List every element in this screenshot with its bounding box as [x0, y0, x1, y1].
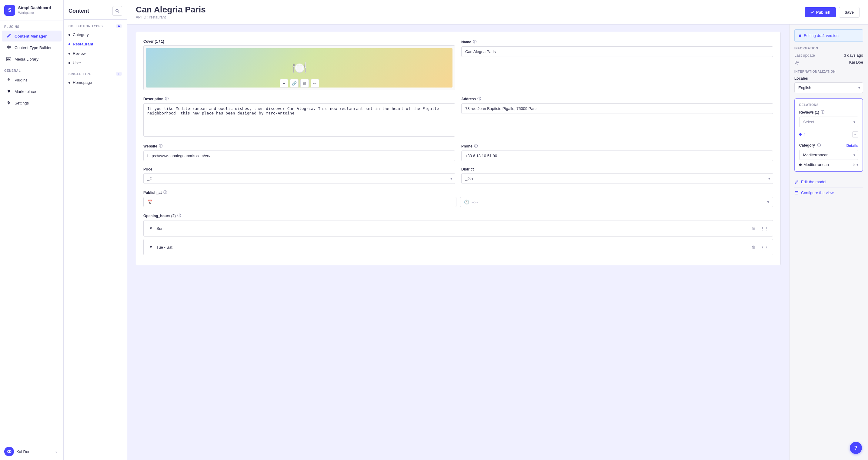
sidebar-label-media-library: Media Library	[14, 57, 38, 62]
save-button[interactable]: Save	[839, 7, 860, 18]
hours-item-sun-header[interactable]: ▼ Sun 🗑 ⋮⋮	[144, 221, 773, 236]
reviews-select[interactable]: Select	[799, 117, 858, 127]
nav-item-review[interactable]: Review	[64, 49, 127, 58]
hours-label-sun: Sun	[156, 226, 749, 231]
sidebar-label-content-type-builder: Content-Type Builder	[14, 45, 52, 50]
user-name: Kai Doe	[17, 450, 51, 454]
phone-label: Phone ⓘ	[461, 143, 773, 149]
collapse-sidebar-button[interactable]: ‹	[53, 449, 59, 455]
api-id-value: restaurant	[149, 15, 166, 20]
layers-icon	[6, 45, 11, 50]
name-input[interactable]	[461, 46, 773, 57]
phone-label-text: Phone	[461, 144, 472, 149]
time-input-wrap[interactable]: 🕐 --:-- ▾	[460, 197, 773, 207]
hours-reorder-tue-sat-button[interactable]: ⋮⋮	[760, 243, 769, 251]
sidebar: S Strapi Dashboard Workplace Plugins Con…	[0, 0, 64, 460]
by-row: By Kai Doe	[794, 60, 863, 65]
help-icon: ?	[855, 445, 858, 451]
sidebar-item-media-library[interactable]: Media Library	[2, 54, 62, 65]
cover-delete-button[interactable]: 🗑	[300, 79, 309, 88]
cover-add-button[interactable]: +	[280, 79, 288, 88]
nav-bullet-user	[68, 62, 70, 64]
website-input[interactable]	[143, 151, 455, 161]
gear-icon	[6, 100, 11, 106]
district-select-wrapper: _1st _8th _9th _10th	[461, 173, 773, 184]
category-select[interactable]: Mediterranean Italian French	[799, 150, 858, 160]
nav-label-user: User	[73, 61, 81, 65]
phone-input[interactable]	[461, 151, 773, 161]
description-label-text: Description	[143, 97, 163, 101]
image-icon	[6, 56, 11, 62]
category-details-link[interactable]: Details	[846, 143, 858, 148]
phone-field: Phone ⓘ	[461, 143, 773, 161]
hours-delete-tue-sat-button[interactable]: 🗑	[749, 243, 758, 251]
sidebar-item-content-manager[interactable]: Content Manager	[2, 31, 62, 41]
nav-item-homepage[interactable]: Homepage	[64, 78, 127, 87]
last-update-value: 3 days ago	[844, 53, 863, 58]
configure-view-action[interactable]: Configure the view	[794, 187, 863, 198]
sidebar-label-marketplace: Marketplace	[14, 89, 36, 94]
website-label: Website ⓘ	[143, 143, 455, 149]
address-input[interactable]	[461, 103, 773, 114]
general-section-label: General	[0, 65, 63, 74]
website-field: Website ⓘ	[143, 143, 455, 161]
category-item: Mediterranean ✕ ▾	[799, 162, 858, 167]
district-label: District	[461, 167, 773, 171]
nav-item-restaurant[interactable]: Restaurant	[64, 39, 127, 49]
sidebar-item-content-type-builder[interactable]: Content-Type Builder	[2, 42, 62, 53]
search-button[interactable]	[113, 6, 122, 16]
single-type-section: Single Type 1	[64, 68, 127, 78]
price-select[interactable]: _1 _2 _3 _4	[143, 173, 455, 184]
category-dot	[799, 164, 802, 166]
cover-upload-area[interactable]: + 🔗 🗑 ✏	[143, 45, 455, 90]
sidebar-item-settings[interactable]: Settings	[2, 98, 62, 108]
nav-item-user[interactable]: User	[64, 58, 127, 68]
nav-bullet-restaurant	[68, 43, 70, 45]
edit-model-action[interactable]: Edit the model	[794, 176, 863, 187]
category-remove-button[interactable]: ✕ ▾	[852, 163, 858, 167]
puzzle-icon	[6, 77, 11, 83]
sidebar-item-plugins[interactable]: Plugins	[2, 74, 62, 86]
hours-reorder-sun-button[interactable]: ⋮⋮	[760, 224, 769, 233]
pencil-icon	[6, 33, 11, 39]
description-field: Description ⓘ If you like Mediterranean …	[143, 96, 455, 137]
by-label: By	[794, 60, 799, 65]
sidebar-brand: Strapi Dashboard Workplace	[18, 5, 51, 15]
district-select[interactable]: _1st _8th _9th _10th	[461, 173, 773, 184]
date-input-wrap[interactable]: 📅	[143, 197, 457, 207]
publish-button[interactable]: Publish	[805, 7, 836, 17]
information-title: Information	[794, 46, 863, 50]
information-section: Information Last update 3 days ago By Ka…	[794, 46, 863, 65]
price-select-wrapper: _1 _2 _3 _4	[143, 173, 455, 184]
description-address-row: Description ⓘ If you like Mediterranean …	[143, 96, 773, 137]
publish-at-label-text: Publish_at	[143, 191, 162, 195]
relations-title: Relations	[799, 103, 858, 107]
sidebar-item-marketplace[interactable]: Marketplace	[2, 86, 62, 97]
cover-edit-button[interactable]: ✏	[311, 79, 319, 88]
brand-subtitle: Workplace	[18, 10, 51, 15]
reviews-item-dot	[799, 133, 802, 136]
category-label-area: Category ⓘ	[799, 143, 821, 148]
hours-tue-sat-actions: 🗑 ⋮⋮	[749, 243, 769, 251]
hours-item-tue-sat-header[interactable]: ▼ Tue - Sat 🗑 ⋮⋮	[144, 239, 773, 255]
hours-chevron-tue-sat: ▼	[148, 244, 154, 250]
hours-delete-sun-button[interactable]: 🗑	[749, 224, 758, 233]
name-label: Name ⓘ	[461, 39, 773, 44]
api-id-subtitle: API ID : restaurant	[136, 15, 206, 20]
main-form-card: Cover (1 / 1) + 🔗 🗑 ✏	[136, 32, 781, 265]
reviews-remove-button[interactable]: −	[852, 131, 858, 137]
address-field: Address ⓘ	[461, 96, 773, 137]
locale-select[interactable]: English French Spanish	[794, 83, 863, 93]
opening-hours-field: Opening_hours (2) ⓘ ▼ Sun 🗑 ⋮⋮	[143, 213, 773, 255]
clock-icon: 🕐	[464, 200, 469, 204]
page-title: Can Alegria Paris	[136, 5, 206, 14]
description-textarea[interactable]: If you like Mediterranean and exotic dis…	[143, 103, 455, 137]
status-badge: Editing draft version	[794, 29, 863, 42]
price-district-row: Price _1 _2 _3 _4 District	[143, 167, 773, 184]
cover-name-row: Cover (1 / 1) + 🔗 🗑 ✏	[143, 39, 773, 90]
locales-label: Locales	[794, 76, 863, 80]
nav-item-category[interactable]: Category	[64, 30, 127, 39]
help-button[interactable]: ?	[850, 442, 862, 454]
cover-link-button[interactable]: 🔗	[290, 79, 299, 88]
category-value: Mediterranean	[803, 162, 851, 167]
